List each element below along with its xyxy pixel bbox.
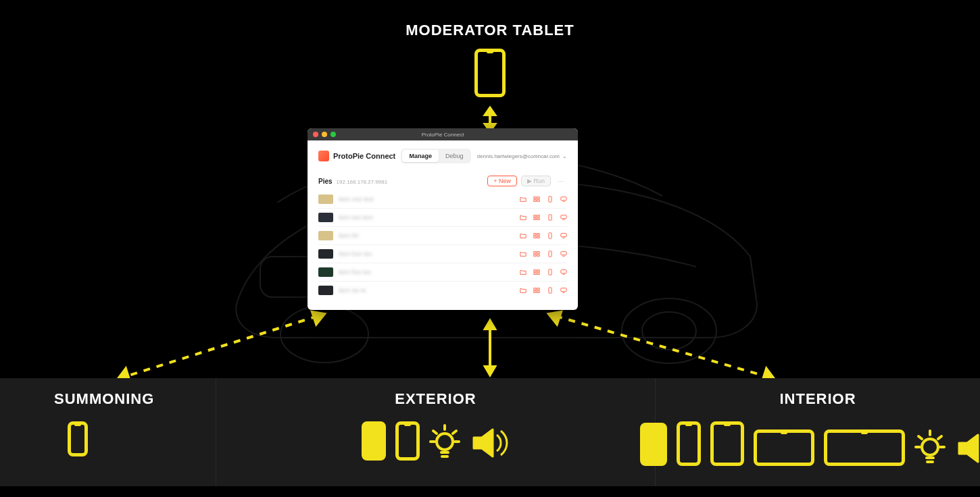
- user-menu[interactable]: dennis.hartwiegers@conincar.com ⌄: [477, 153, 567, 159]
- brand: ProtoPie Connect: [318, 151, 395, 161]
- phone-icon[interactable]: [547, 287, 554, 294]
- tab-debug[interactable]: Debug: [439, 150, 470, 162]
- open-folder-icon[interactable]: [520, 232, 526, 239]
- svg-rect-24: [537, 215, 539, 217]
- summoning-title: SUMMONING: [54, 390, 154, 408]
- protopie-connect-window: ProtoPie Connect ProtoPie Connect Manage…: [308, 128, 578, 310]
- grid-icon[interactable]: [533, 251, 540, 257]
- svg-point-67: [922, 439, 938, 455]
- phone-icon[interactable]: [547, 251, 554, 257]
- row-name: item thr: [339, 232, 359, 239]
- svg-rect-34: [549, 233, 552, 238]
- svg-rect-20: [549, 197, 552, 202]
- close-dot-icon[interactable]: [313, 132, 318, 137]
- phone-solid-icon: [640, 423, 667, 466]
- svg-rect-37: [534, 252, 536, 254]
- grid-icon[interactable]: [533, 214, 540, 221]
- cell-interior: INTERIOR: [656, 378, 980, 486]
- svg-rect-21: [561, 197, 566, 201]
- list-item[interactable]: item thr: [318, 227, 567, 245]
- phone-icon: [68, 421, 88, 456]
- cell-summoning: SUMMONING: [0, 378, 216, 486]
- svg-rect-48: [549, 269, 552, 275]
- svg-rect-56: [561, 288, 566, 292]
- tab-manage[interactable]: Manage: [402, 150, 439, 162]
- new-button[interactable]: + New: [487, 176, 517, 186]
- svg-rect-17: [537, 197, 539, 199]
- svg-rect-19: [537, 200, 539, 202]
- phone-icon[interactable]: [547, 269, 554, 276]
- svg-rect-35: [561, 234, 566, 237]
- row-name: item two text: [339, 214, 373, 221]
- desktop-icon[interactable]: [560, 251, 567, 257]
- desktop-icon[interactable]: [560, 269, 567, 276]
- phone-icon[interactable]: [547, 214, 554, 221]
- svg-marker-5: [485, 108, 495, 115]
- more-menu-icon[interactable]: ⋯: [555, 178, 567, 185]
- svg-rect-44: [534, 270, 536, 272]
- svg-rect-38: [537, 252, 539, 254]
- grid-icon[interactable]: [533, 287, 540, 294]
- brand-name: ProtoPie Connect: [333, 152, 395, 160]
- display-wide-icon: [824, 429, 905, 466]
- svg-rect-27: [549, 215, 552, 220]
- minimize-dot-icon[interactable]: [322, 132, 327, 137]
- svg-marker-8: [485, 321, 495, 329]
- svg-rect-40: [537, 255, 539, 257]
- desktop-icon[interactable]: [560, 196, 567, 203]
- svg-rect-54: [537, 291, 539, 293]
- moderator-tablet-label: MODERATOR TABLET: [406, 22, 574, 39]
- svg-rect-26: [537, 218, 539, 220]
- svg-point-58: [437, 434, 453, 450]
- list-item[interactable]: item five tex: [318, 263, 567, 282]
- open-folder-icon[interactable]: [520, 196, 526, 203]
- exterior-title: EXTERIOR: [395, 390, 476, 408]
- list-item[interactable]: item four tex: [318, 245, 567, 263]
- pies-ip: 192.168.178.27:9981: [337, 179, 388, 185]
- svg-rect-46: [534, 273, 536, 275]
- grid-icon[interactable]: [533, 196, 540, 203]
- phone-icon[interactable]: [547, 196, 554, 203]
- display-landscape-icon: [754, 429, 814, 466]
- svg-line-69: [918, 436, 922, 439]
- cell-exterior: EXTERIOR: [216, 378, 656, 486]
- open-folder-icon[interactable]: [520, 251, 526, 257]
- phone-icon[interactable]: [547, 232, 554, 239]
- phone-icon: [395, 421, 420, 461]
- svg-marker-14: [549, 312, 561, 324]
- list-item[interactable]: item six te: [318, 282, 567, 299]
- zoom-dot-icon[interactable]: [330, 132, 336, 137]
- svg-rect-23: [534, 215, 536, 217]
- grid-icon[interactable]: [533, 269, 540, 276]
- svg-rect-30: [534, 234, 536, 236]
- grid-icon[interactable]: [533, 232, 540, 239]
- list-item[interactable]: item one text: [318, 190, 567, 209]
- row-actions: [520, 214, 567, 221]
- list-item[interactable]: item two text: [318, 209, 567, 227]
- speaker-icon: [955, 431, 980, 466]
- desktop-icon[interactable]: [560, 232, 567, 239]
- row-actions: [520, 269, 567, 276]
- thumbnail-icon: [318, 231, 333, 240]
- run-button[interactable]: ▶ Run: [521, 176, 551, 186]
- row-name: item four tex: [339, 251, 372, 257]
- svg-marker-66: [474, 429, 493, 456]
- open-folder-icon[interactable]: [520, 269, 526, 276]
- svg-rect-41: [549, 251, 552, 257]
- desktop-icon[interactable]: [560, 287, 567, 294]
- window-title: ProtoPie Connect: [422, 132, 464, 138]
- svg-rect-32: [534, 236, 536, 238]
- pies-list: item one text item two text item thr: [308, 190, 578, 310]
- open-folder-icon[interactable]: [520, 214, 526, 221]
- open-folder-icon[interactable]: [520, 287, 526, 294]
- row-actions: [520, 287, 567, 294]
- desktop-icon[interactable]: [560, 214, 567, 221]
- svg-line-61: [453, 431, 456, 434]
- svg-marker-75: [959, 435, 978, 462]
- tablet-portrait-icon: [710, 421, 744, 466]
- arrow-right: [547, 311, 777, 388]
- row-name: item five tex: [339, 269, 371, 276]
- svg-rect-53: [534, 291, 536, 293]
- svg-rect-49: [561, 270, 566, 273]
- pies-title: Pies: [318, 178, 333, 185]
